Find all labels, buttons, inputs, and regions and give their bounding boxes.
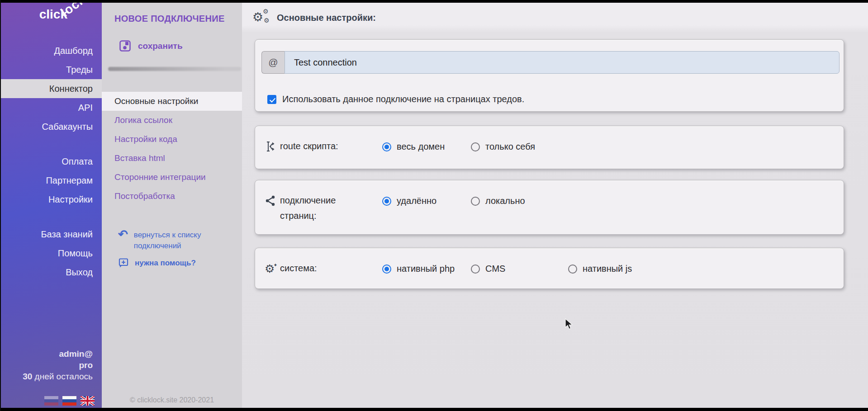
account-info: admin@ pro 30 дней осталось: [23, 348, 93, 382]
sidebar-item-dashboard[interactable]: Дашборд: [0, 41, 102, 60]
need-help-label: нужна помощь?: [135, 258, 225, 269]
help-plus-icon: [118, 257, 129, 268]
option-only-self[interactable]: только себя: [471, 142, 535, 152]
undo-icon: ↶: [118, 229, 128, 239]
option-remote[interactable]: удалённо: [382, 196, 436, 206]
sidebar-group-help: База знаний Помощь Выход: [0, 225, 102, 282]
sidebar-item-subaccounts[interactable]: Сабакаунты: [0, 117, 102, 136]
menu-item-link-logic[interactable]: Логика ссылок: [102, 111, 242, 130]
sidebar: clicklock Дашборд Треды Коннектор API Са…: [0, 0, 102, 411]
letterbox-left: [0, 0, 1, 411]
use-on-threads-row: Использовать данное подключение на стран…: [267, 94, 524, 104]
menu-item-postprocessing[interactable]: Постобработка: [102, 187, 242, 206]
radio-local[interactable]: [471, 197, 480, 206]
app-logo[interactable]: clicklock: [39, 7, 95, 22]
account-days-left: 30 дней осталось: [23, 371, 93, 382]
system-card: ⚙ ✦ система: нативный php CMS нативный j…: [255, 248, 844, 289]
sidebar-group-main: Дашборд Треды Коннектор API Сабакаунты: [0, 41, 102, 136]
system-gear-icon: ⚙ ✦: [265, 262, 275, 275]
option-whole-domain[interactable]: весь домен: [382, 142, 445, 152]
save-button[interactable]: сохранить: [119, 40, 183, 52]
option-cms[interactable]: CMS: [471, 264, 505, 274]
connection-name-group: @: [261, 51, 840, 74]
panel-title: НОВОЕ ПОДКЛЮЧЕНИЕ: [114, 14, 225, 24]
option-local[interactable]: локально: [471, 196, 525, 206]
sidebar-item-threads[interactable]: Треды: [0, 60, 102, 79]
main-heading: ⚙ ⚙ ⚙ Основные настройки:: [252, 10, 376, 25]
sidebar-item-logout[interactable]: Выход: [0, 263, 102, 282]
radio-native-php[interactable]: [382, 265, 391, 274]
menu-item-third-party[interactable]: Сторонние интеграции: [102, 168, 242, 187]
route-icon: [265, 141, 276, 152]
sidebar-item-help[interactable]: Помощь: [0, 244, 102, 263]
radio-native-js[interactable]: [568, 265, 577, 274]
sidebar-item-connector[interactable]: Коннектор: [0, 79, 102, 98]
main-content: ⚙ ⚙ ⚙ Основные настройки: @ Использовать…: [242, 0, 868, 411]
flag-russia-inactive-icon[interactable]: [44, 396, 58, 406]
sidebar-item-payment[interactable]: Оплата: [0, 152, 102, 171]
option-native-php[interactable]: нативный php: [382, 264, 455, 274]
account-user: admin@: [23, 348, 93, 359]
option-native-js[interactable]: нативный js: [568, 264, 632, 274]
sidebar-item-api[interactable]: API: [0, 98, 102, 117]
radio-remote[interactable]: [382, 197, 391, 206]
panel-divider: [108, 67, 241, 71]
menu-item-html-insert[interactable]: Вставка html: [102, 149, 242, 168]
page-connection-label: подключение страниц:: [280, 193, 357, 223]
connection-name-input[interactable]: [285, 51, 840, 74]
radio-only-self[interactable]: [471, 142, 480, 151]
account-plan: pro: [23, 359, 93, 371]
sidebar-item-knowledge-base[interactable]: База знаний: [0, 225, 102, 244]
back-to-list-label: вернуться к списку подключений: [134, 230, 224, 251]
sidebar-group-billing: Оплата Партнерам Настройки: [0, 152, 102, 209]
radio-cms[interactable]: [471, 265, 480, 274]
radio-whole-domain[interactable]: [382, 142, 391, 151]
sidebar-item-settings[interactable]: Настройки: [0, 190, 102, 209]
use-on-threads-checkbox[interactable]: [267, 95, 276, 104]
flag-english-icon[interactable]: [81, 396, 95, 406]
share-icon: [265, 195, 276, 207]
settings-gears-icon: ⚙ ⚙ ⚙: [252, 10, 270, 25]
flag-russia-active-icon[interactable]: [62, 396, 76, 406]
main-heading-text: Основные настройки:: [277, 13, 376, 23]
system-label: система:: [280, 260, 317, 276]
script-route-card: route скрипта: весь домен только себя: [255, 126, 844, 169]
at-addon: @: [261, 51, 285, 74]
script-route-label: route скрипта:: [280, 138, 338, 154]
letterbox-bottom: [0, 408, 868, 411]
copyright: © clicklock.site 2020-2021: [102, 396, 242, 404]
need-help-link[interactable]: нужна помощь?: [118, 258, 225, 269]
menu-item-basic-settings[interactable]: Основные настройки: [102, 92, 242, 111]
letterbox-top: [0, 0, 868, 3]
page-connection-card: подключение страниц: удалённо локально: [255, 180, 844, 235]
back-to-list-link[interactable]: ↶ вернуться к списку подключений: [118, 230, 224, 251]
sidebar-item-partners[interactable]: Партнерам: [0, 171, 102, 190]
app-window: clicklock Дашборд Треды Коннектор API Са…: [0, 0, 868, 411]
connection-name-card: @ Использовать данное подключение на стр…: [255, 39, 844, 112]
panel-menu: Основные настройки Логика ссылок Настрой…: [102, 92, 242, 206]
language-switcher: [44, 396, 95, 406]
use-on-threads-label[interactable]: Использовать данное подключение на стран…: [282, 94, 524, 104]
menu-item-code-settings[interactable]: Настройки кода: [102, 130, 242, 149]
save-floppy-icon: [119, 40, 131, 52]
save-button-label: сохранить: [138, 41, 183, 51]
at-icon: @: [268, 57, 278, 68]
connection-panel: НОВОЕ ПОДКЛЮЧЕНИЕ сохранить Основные нас…: [102, 0, 242, 411]
sparkle-icon: ✦: [273, 259, 277, 271]
